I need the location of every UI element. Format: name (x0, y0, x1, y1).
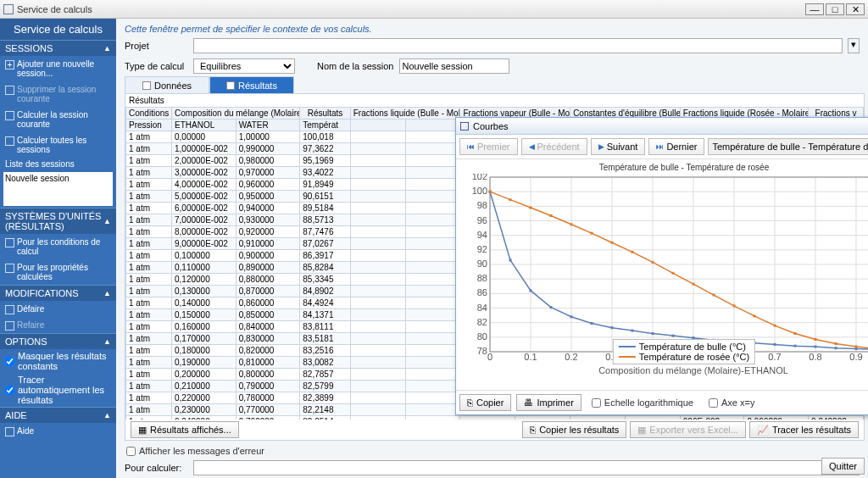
svg-text:82: 82 (477, 317, 487, 327)
mask-results-checkbox[interactable]: Masquer les résultats constants (0, 349, 116, 373)
results-shown-button[interactable]: ▦Résultats affichés... (131, 421, 239, 438)
project-input[interactable] (193, 38, 843, 53)
svg-text:0.7: 0.7 (768, 352, 781, 362)
help-header[interactable]: AIDE▲ (0, 407, 116, 423)
options-header[interactable]: OPTIONS▲ (0, 333, 116, 349)
svg-rect-83 (733, 304, 736, 307)
plot-results-button[interactable]: 📈Tracer les résultats (749, 421, 859, 438)
chart-icon: 📈 (757, 425, 769, 436)
curves-titlebar[interactable]: Courbes (456, 118, 868, 135)
svg-rect-52 (530, 289, 532, 292)
quit-button[interactable]: Quitter (821, 458, 865, 475)
tocalc-label: Pour calculer: (125, 463, 188, 473)
table-row[interactable]: 1 atm0,2400000,76000082,0514006E-0020,96… (126, 416, 864, 420)
content-pane: Cette fenêtre permet de spécifier le con… (116, 19, 868, 478)
units-properties-item[interactable]: Pour les propriétés calculées (0, 259, 116, 285)
copy-icon: ⎘ (530, 425, 536, 435)
svg-rect-73 (530, 207, 532, 209)
svg-rect-58 (652, 332, 654, 335)
add-session-item[interactable]: Ajouter une nouvelle session... (0, 56, 116, 81)
modifications-header[interactable]: MODIFICATIONS▲ (0, 285, 116, 301)
first-button: ⏮Premier (459, 138, 518, 155)
chart-copy-button[interactable]: ⎘Copier (459, 394, 511, 411)
svg-rect-84 (754, 314, 756, 317)
svg-rect-86 (794, 332, 797, 335)
calc-current-session-item[interactable]: Calculer la session courante (0, 107, 116, 132)
curves-window: Courbes ⏮Premier ◀Précédent ▶Suivant ⏭De… (455, 117, 868, 415)
close-button[interactable]: ✕ (846, 3, 865, 15)
session-list[interactable]: Nouvelle session (3, 172, 113, 206)
curve-selector[interactable]: Température de bulle - Température de ro… (708, 138, 868, 155)
chevron-up-icon: ▲ (103, 44, 111, 53)
svg-text:100: 100 (472, 186, 487, 196)
show-errors-checkbox[interactable]: Afficher les messages d'erreur (116, 444, 868, 458)
results-icon (226, 81, 235, 90)
svg-text:Composition du mélange (Molair: Composition du mélange (Molaire)-ETHANOL (598, 365, 788, 375)
svg-rect-55 (591, 322, 593, 325)
session-name-input[interactable] (399, 58, 509, 74)
copy-results-button[interactable]: ⎘Copier les résultats (522, 421, 626, 438)
prev-button: ◀Précédent (521, 138, 587, 155)
svg-rect-65 (794, 345, 797, 347)
prev-icon: ◀ (529, 142, 535, 151)
chevron-up-icon: ▲ (103, 217, 111, 225)
first-icon: ⏮ (467, 142, 475, 151)
project-dropdown-icon[interactable]: ▾ (848, 38, 860, 53)
next-button[interactable]: ▶Suivant (591, 138, 646, 155)
svg-rect-56 (611, 326, 614, 329)
svg-rect-81 (693, 283, 695, 286)
last-button[interactable]: ⏭Dernier (648, 138, 704, 155)
help-item[interactable]: Aide (0, 423, 116, 439)
svg-text:0.2: 0.2 (565, 352, 577, 362)
svg-text:86: 86 (477, 287, 487, 297)
tab-data[interactable]: Données (125, 76, 209, 93)
maximize-button[interactable]: □ (826, 3, 844, 15)
svg-text:102: 102 (472, 174, 487, 181)
results-label: Résultats (125, 94, 864, 107)
col-header: Pression (126, 119, 172, 131)
export-excel-button: ▦Exporter vers Excel... (630, 421, 746, 438)
svg-rect-54 (570, 315, 573, 318)
calc-all-sessions-item[interactable]: Calculer toutes les sessions (0, 132, 116, 158)
svg-text:0.1: 0.1 (524, 352, 537, 362)
col-header: WATER (236, 119, 300, 131)
sessions-header[interactable]: SESSIONS▲ (0, 40, 116, 56)
svg-rect-80 (672, 272, 675, 275)
tocalc-input[interactable] (193, 460, 860, 475)
calc-type-select[interactable]: Equilibres (193, 58, 295, 74)
svg-text:84: 84 (477, 303, 487, 313)
units-conditions-item[interactable]: Pour les conditions de calcul (0, 234, 116, 259)
svg-text:80: 80 (477, 331, 487, 342)
svg-rect-66 (815, 345, 817, 347)
svg-text:0.9: 0.9 (849, 352, 862, 362)
units-header[interactable]: SYSTÈMES D'UNITÉS (RÉSULTATS)▲ (0, 208, 116, 234)
svg-rect-64 (774, 343, 776, 346)
next-icon: ▶ (598, 142, 604, 151)
svg-rect-82 (713, 294, 715, 297)
last-icon: ⏭ (656, 142, 664, 151)
svg-rect-67 (835, 347, 837, 349)
auto-trace-checkbox[interactable]: Tracer automatiquement les résultats (0, 373, 116, 407)
hint-text: Cette fenêtre permet de spécifier le con… (116, 19, 868, 36)
minimize-button[interactable]: — (805, 3, 824, 15)
svg-rect-89 (855, 345, 858, 347)
print-icon: 🖶 (524, 397, 533, 408)
svg-rect-87 (815, 338, 817, 341)
chart-print-button[interactable]: 🖶Imprimer (516, 394, 581, 411)
col-header: ETHANOL (172, 119, 236, 131)
redo-item: Refaire (0, 317, 116, 333)
undo-item[interactable]: Défaire (0, 301, 116, 317)
copy-icon: ⎘ (467, 397, 473, 408)
svg-text:96: 96 (477, 215, 487, 225)
delete-session-item: Supprimer la session courante (0, 81, 116, 107)
chevron-up-icon: ▲ (103, 337, 111, 346)
svg-rect-78 (632, 251, 634, 253)
svg-text:0.8: 0.8 (809, 352, 821, 362)
svg-rect-77 (611, 242, 614, 244)
axexy-checkbox[interactable]: Axe x=y (704, 396, 760, 409)
col-group: Résultats (300, 108, 350, 119)
svg-rect-75 (570, 223, 573, 225)
svg-text:90: 90 (477, 258, 487, 269)
log-scale-checkbox[interactable]: Echelle logarithmique (587, 396, 698, 409)
tab-results[interactable]: Résultats (209, 76, 294, 93)
